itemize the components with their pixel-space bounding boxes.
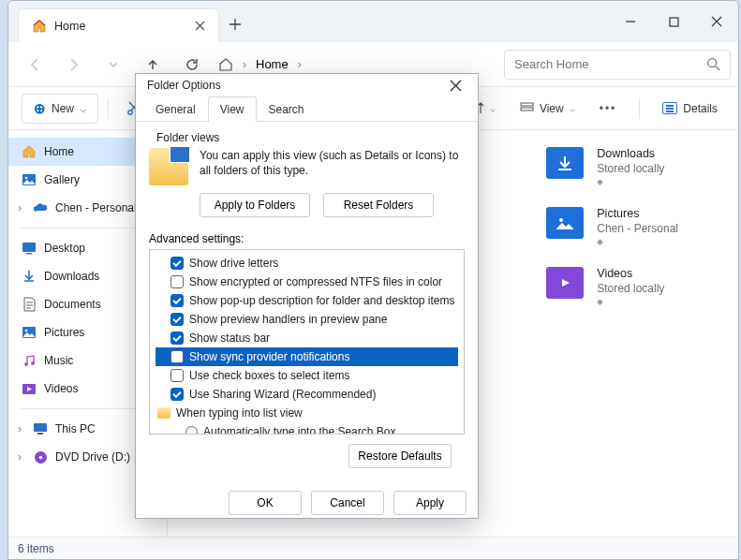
- checkbox-icon[interactable]: [170, 257, 184, 270]
- adv-folder-item[interactable]: When typing into list view: [156, 404, 458, 422]
- plus-icon: ⊕: [34, 100, 46, 117]
- downloads-folder-icon: [546, 147, 584, 179]
- back-button[interactable]: [16, 48, 53, 81]
- chevron-right-icon[interactable]: ›: [18, 201, 27, 214]
- adv-checkbox-item[interactable]: Use Sharing Wizard (Recommended): [156, 385, 458, 404]
- breadcrumb[interactable]: › Home ›: [218, 57, 502, 72]
- svg-point-12: [24, 362, 28, 366]
- tile-subtitle: Stored locally: [597, 162, 664, 175]
- sidebar-label: Home: [44, 145, 74, 158]
- tile-subtitle: Chen - Personal: [597, 222, 678, 235]
- cancel-button[interactable]: Cancel: [311, 491, 384, 515]
- svg-rect-8: [22, 243, 36, 252]
- maximize-button[interactable]: [652, 6, 695, 37]
- chevron-right-icon: ›: [243, 58, 246, 71]
- adv-checkbox-item[interactable]: Show encrypted or compressed NTFS files …: [156, 273, 458, 291]
- new-tab-button[interactable]: [219, 7, 251, 41]
- adv-item-label: Use Sharing Wizard (Recommended): [189, 386, 376, 403]
- adv-radio-item[interactable]: Automatically type into the Search Box: [156, 422, 458, 435]
- dialog-title-bar[interactable]: Folder Options: [136, 74, 478, 96]
- adv-checkbox-item[interactable]: Show status bar: [156, 329, 458, 347]
- view-button[interactable]: View ⌵: [512, 94, 583, 124]
- adv-item-label: Automatically type into the Search Box: [203, 423, 395, 435]
- status-bar: 6 items: [8, 537, 738, 559]
- tab-view[interactable]: View: [208, 96, 257, 122]
- videos-folder-icon: [546, 267, 584, 299]
- downloads-icon: [22, 269, 37, 284]
- apply-to-folders-button[interactable]: Apply to Folders: [200, 193, 310, 217]
- checkbox-icon[interactable]: [170, 350, 184, 363]
- checkbox-icon[interactable]: [170, 313, 184, 326]
- forward-button[interactable]: [55, 48, 93, 81]
- tab-search[interactable]: Search: [257, 96, 317, 122]
- more-button[interactable]: •••: [592, 94, 625, 124]
- folder-views-group: Folder views You can apply this view (su…: [149, 131, 465, 217]
- adv-item-label: Show sync provider notifications: [189, 348, 349, 365]
- checkbox-icon[interactable]: [170, 369, 184, 382]
- tab-close-icon[interactable]: [195, 21, 205, 31]
- details-pane-button[interactable]: Details: [655, 94, 725, 124]
- close-button[interactable]: [695, 6, 738, 37]
- checkbox-icon[interactable]: [170, 275, 184, 288]
- dialog-close-button[interactable]: [444, 74, 467, 96]
- checkbox-icon[interactable]: [170, 294, 184, 307]
- view-label: View: [540, 102, 564, 115]
- more-icon: •••: [600, 102, 617, 115]
- dialog-buttons: OK Cancel Apply: [136, 478, 478, 526]
- folder-views-text: You can apply this view (such as Details…: [200, 148, 465, 185]
- dialog-body: Folder views You can apply this view (su…: [136, 122, 478, 478]
- reset-folders-button[interactable]: Reset Folders: [323, 193, 434, 217]
- sidebar-label: Pictures: [44, 326, 84, 339]
- chevron-right-icon[interactable]: ›: [18, 422, 27, 435]
- folder-views-label: Folder views: [156, 131, 465, 144]
- search-box[interactable]: [504, 50, 731, 80]
- documents-icon: [22, 297, 37, 312]
- sidebar-label: Music: [44, 354, 73, 367]
- crumb-home[interactable]: Home: [256, 57, 289, 71]
- tile-pictures[interactable]: Pictures Chen - Personal ◆: [546, 207, 678, 246]
- pictures-folder-icon: [546, 207, 584, 239]
- adv-item-label: Show encrypted or compressed NTFS files …: [189, 273, 442, 290]
- adv-checkbox-item[interactable]: Show pop-up description for folder and d…: [156, 291, 458, 310]
- tile-downloads[interactable]: Downloads Stored locally ◆: [546, 147, 678, 186]
- svg-point-11: [25, 330, 28, 332]
- svg-point-13: [31, 361, 35, 365]
- svg-rect-16: [37, 433, 43, 435]
- adv-checkbox-item[interactable]: Show preview handlers in preview pane: [156, 310, 458, 329]
- svg-point-18: [38, 455, 42, 459]
- home-icon: [218, 57, 233, 72]
- window-controls: [609, 6, 738, 37]
- adv-checkbox-item[interactable]: Use check boxes to select items: [156, 366, 458, 385]
- chevron-right-icon[interactable]: ›: [18, 450, 27, 464]
- desktop-icon: [22, 241, 37, 256]
- tile-title: Videos: [597, 267, 664, 280]
- sidebar-label: This PC: [55, 422, 96, 435]
- ok-button[interactable]: OK: [229, 491, 302, 515]
- checkbox-icon[interactable]: [170, 332, 184, 345]
- minimize-button[interactable]: [609, 6, 652, 37]
- sidebar-label: DVD Drive (D:): [55, 450, 130, 464]
- new-button[interactable]: ⊕ New ⌵: [22, 94, 98, 124]
- tile-videos[interactable]: Videos Stored locally ◆: [546, 267, 678, 306]
- restore-defaults-button[interactable]: Restore Defaults: [348, 444, 452, 468]
- adv-item-label: Use check boxes to select items: [189, 367, 349, 384]
- advanced-settings-list[interactable]: Show drive lettersShow encrypted or comp…: [149, 249, 465, 435]
- apply-button[interactable]: Apply: [393, 491, 467, 515]
- adv-checkbox-item[interactable]: Show drive letters: [156, 254, 458, 273]
- checkbox-icon[interactable]: [170, 388, 184, 401]
- pin-icon: ◆: [597, 297, 664, 306]
- sidebar-label: Downloads: [44, 270, 99, 283]
- tab-label: Home: [54, 20, 187, 33]
- sidebar-label: Gallery: [44, 173, 80, 186]
- adv-checkbox-item[interactable]: Show sync provider notifications: [156, 347, 458, 366]
- videos-icon: [22, 381, 37, 396]
- tab-home[interactable]: Home: [18, 8, 219, 42]
- tab-general[interactable]: General: [143, 96, 208, 122]
- recent-dropdown-icon[interactable]: [95, 48, 132, 81]
- chevron-down-icon: ⌵: [490, 103, 496, 113]
- svg-point-1: [708, 59, 717, 67]
- tile-title: Downloads: [597, 147, 664, 160]
- search-input[interactable]: [514, 57, 706, 71]
- radio-icon[interactable]: [185, 426, 198, 435]
- tile-subtitle: Stored locally: [597, 282, 664, 295]
